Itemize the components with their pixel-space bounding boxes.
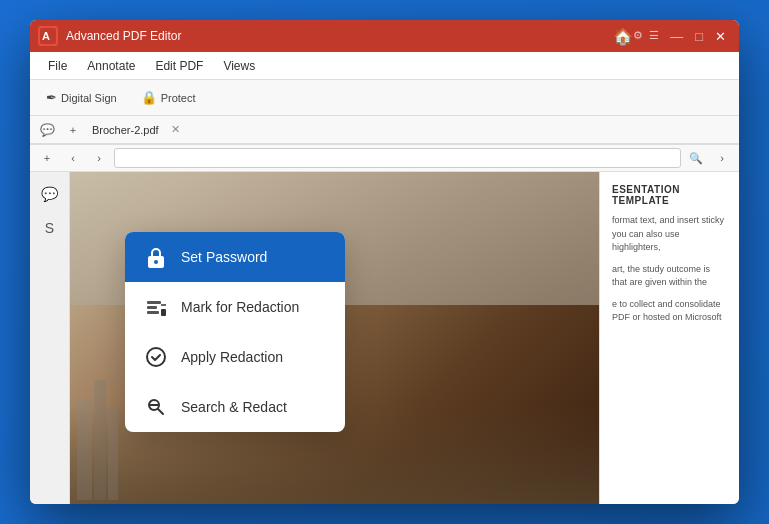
- close-tab-icon[interactable]: ✕: [171, 123, 180, 136]
- maximize-button[interactable]: □: [690, 29, 708, 44]
- nav-bar-2: + ‹ › 🔍 ›: [30, 144, 739, 172]
- back-button[interactable]: 💬: [36, 119, 58, 141]
- svg-text:A: A: [42, 30, 50, 42]
- add-button[interactable]: +: [62, 119, 84, 141]
- menu-item-search-redact[interactable]: Search & Redact: [125, 382, 345, 432]
- doc-para-1: format text, and insert sticky you can a…: [612, 214, 727, 255]
- svg-rect-3: [94, 380, 106, 500]
- file-tab[interactable]: Brocher-2.pdf: [88, 124, 163, 136]
- url-input[interactable]: [114, 148, 681, 168]
- menu-item-apply-redaction[interactable]: Apply Redaction: [125, 332, 345, 382]
- nav-bar: 💬 + Brocher-2.pdf ✕: [30, 116, 739, 144]
- mark-redact-icon: [143, 294, 169, 320]
- svg-rect-7: [147, 301, 161, 304]
- list-icon[interactable]: ☰: [649, 29, 659, 44]
- apply-redaction-label: Apply Redaction: [181, 349, 283, 365]
- doc-title: ESENTATION TEMPLATE: [612, 184, 727, 206]
- expand-button[interactable]: ›: [711, 147, 733, 169]
- photo-area: Set Password: [70, 172, 599, 504]
- menu-item-set-password[interactable]: Set Password: [125, 232, 345, 282]
- forward-nav-button[interactable]: ›: [88, 147, 110, 169]
- menu-annotate[interactable]: Annotate: [77, 55, 145, 77]
- menu-item-mark-redaction[interactable]: Mark for Redaction: [125, 282, 345, 332]
- svg-rect-2: [77, 400, 92, 500]
- set-password-label: Set Password: [181, 249, 267, 265]
- toolbar: ✒ Digital Sign 🔒 Protect: [30, 80, 739, 116]
- minimize-button[interactable]: —: [665, 29, 688, 44]
- close-button[interactable]: ✕: [710, 29, 731, 44]
- mark-redaction-label: Mark for Redaction: [181, 299, 299, 315]
- back-nav-button[interactable]: ‹: [62, 147, 84, 169]
- doc-para-2: art, the study outcome is that are given…: [612, 263, 727, 290]
- menu-file[interactable]: File: [38, 55, 77, 77]
- sidebar-icon-2[interactable]: S: [36, 214, 64, 242]
- left-sidebar: 💬 S: [30, 172, 70, 504]
- protect-icon: 🔒: [141, 90, 157, 105]
- svg-point-6: [154, 260, 158, 264]
- search-redact-label: Search & Redact: [181, 399, 287, 415]
- home-icon[interactable]: 🏠: [613, 27, 633, 46]
- doc-panel: ESENTATION TEMPLATE format text, and ins…: [599, 172, 739, 504]
- svg-point-12: [147, 348, 165, 366]
- menu-edit-pdf[interactable]: Edit PDF: [145, 55, 213, 77]
- apply-redact-icon: [143, 344, 169, 370]
- svg-rect-9: [147, 311, 159, 314]
- app-logo: A: [38, 26, 58, 46]
- window-controls: ⚙ ☰ — □ ✕: [633, 29, 731, 44]
- menu-views[interactable]: Views: [213, 55, 265, 77]
- digital-sign-button[interactable]: ✒ Digital Sign: [38, 86, 125, 109]
- title-bar: A Advanced PDF Editor 🏠 ⚙ ☰ — □ ✕: [30, 20, 739, 52]
- building-silhouette: [72, 380, 122, 504]
- svg-rect-8: [147, 306, 157, 309]
- doc-para-3: e to collect and consolidate PDF or host…: [612, 298, 727, 325]
- protect-button[interactable]: 🔒 Protect: [133, 86, 204, 109]
- svg-rect-4: [108, 410, 118, 500]
- comment-icon: 💬: [40, 123, 55, 137]
- dropdown-menu: Set Password: [125, 232, 345, 432]
- prev-page-button[interactable]: +: [36, 147, 58, 169]
- search-redact-icon: [143, 394, 169, 420]
- content-area: 💬 S: [30, 172, 739, 504]
- app-window: A Advanced PDF Editor 🏠 ⚙ ☰ — □ ✕ File A…: [30, 20, 739, 504]
- app-title: Advanced PDF Editor: [66, 29, 605, 43]
- svg-rect-15: [149, 404, 159, 406]
- svg-line-14: [158, 409, 163, 414]
- svg-rect-10: [161, 309, 166, 316]
- outer-wrapper: A Advanced PDF Editor 🏠 ⚙ ☰ — □ ✕ File A…: [0, 0, 769, 524]
- settings-icon[interactable]: ⚙: [633, 29, 643, 44]
- digital-sign-icon: ✒: [46, 90, 57, 105]
- search-nav-button[interactable]: 🔍: [685, 147, 707, 169]
- sidebar-icon-1[interactable]: 💬: [36, 180, 64, 208]
- menu-bar: File Annotate Edit PDF Views: [30, 52, 739, 80]
- lock-icon: [143, 244, 169, 270]
